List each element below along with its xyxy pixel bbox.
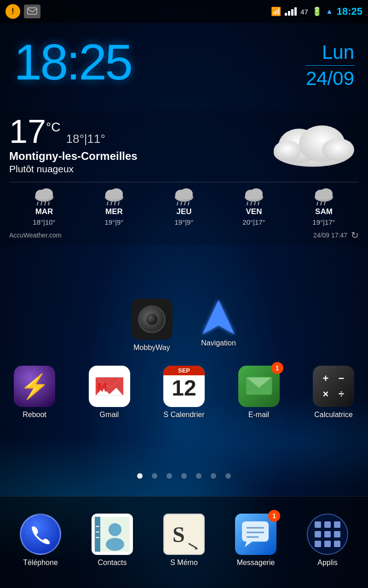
svg-line-20 <box>118 202 119 205</box>
app-telephone-label: Téléphone <box>23 559 58 567</box>
svg-point-30 <box>250 188 263 199</box>
app-reboot[interactable]: ⚡ Reboot <box>14 366 55 419</box>
app-messagerie[interactable]: 1 Messagerie <box>235 514 276 567</box>
page-dots <box>0 473 368 479</box>
accuweather-label: AccuWeather.com <box>9 232 61 239</box>
page-dot-5[interactable] <box>211 473 216 479</box>
svg-point-55 <box>106 538 124 551</box>
email-badge: 1 <box>271 362 283 374</box>
app-calendar[interactable]: SEP 12 S Calendrier <box>163 366 205 419</box>
svg-line-19 <box>115 202 115 205</box>
contacts-icon <box>92 514 133 555</box>
applis-dot <box>334 531 340 537</box>
svg-line-17 <box>107 202 108 205</box>
apps-row1: MobbyWay Navigation <box>9 299 359 352</box>
applis-dot <box>315 541 321 547</box>
svg-point-54 <box>109 523 121 536</box>
svg-line-12 <box>45 202 46 205</box>
app-gmail[interactable]: M Gmail <box>89 366 130 419</box>
mobbyway-icon <box>131 299 172 340</box>
forecast-cloud-icon-1 <box>103 188 126 205</box>
svg-line-40 <box>324 202 325 205</box>
forecast-day-1: MER 19°|9° <box>103 188 126 226</box>
svg-marker-41 <box>202 300 235 334</box>
svg-rect-0 <box>28 8 37 14</box>
forecast-day-0: MAR 18°|10° <box>33 188 56 226</box>
app-navigation-label: Navigation <box>201 339 236 347</box>
app-calculator[interactable]: + − × ÷ Calculatrice <box>313 366 354 419</box>
app-smemo-label: S Mémo <box>170 559 198 567</box>
page-dot-1[interactable] <box>152 473 157 479</box>
svg-line-24 <box>177 202 178 205</box>
forecast-cloud-icon-4 <box>312 188 335 205</box>
app-email[interactable]: 1 E-mail <box>238 366 280 419</box>
app-calculator-label: Calculatrice <box>314 411 353 419</box>
messagerie-icon: 1 <box>235 514 276 555</box>
app-telephone[interactable]: Téléphone <box>20 514 61 567</box>
svg-line-11 <box>41 202 42 205</box>
page-dot-4[interactable] <box>196 473 201 479</box>
app-reboot-label: Reboot <box>23 411 46 419</box>
app-mobbyway[interactable]: MobbyWay <box>131 299 172 352</box>
page-dot-2[interactable] <box>167 473 172 479</box>
refresh-icon[interactable]: ↻ <box>351 230 359 241</box>
page-dot-6[interactable] <box>225 473 231 479</box>
weather-city: Montigny-les-Cormeilles <box>9 150 138 163</box>
applis-dot <box>315 531 321 537</box>
applis-dot <box>315 521 321 528</box>
navigation-icon <box>200 299 237 335</box>
cloud-icon <box>267 119 359 169</box>
app-contacts[interactable]: Contacts <box>92 514 133 567</box>
reboot-icon: ⚡ <box>14 366 55 407</box>
calc-minus: − <box>335 373 347 384</box>
applis-dot <box>334 521 340 528</box>
forecast-cloud-icon-0 <box>33 188 56 205</box>
applis-dot <box>324 541 331 547</box>
apps-row2: ⚡ Reboot M Gmail SEP <box>9 366 359 419</box>
svg-rect-53 <box>95 517 100 552</box>
svg-line-31 <box>247 202 248 205</box>
weather-widget[interactable]: 17°C 18°|11° Montigny-les-Cormeilles Plu… <box>0 110 368 245</box>
smemo-img-icon: S <box>168 518 200 550</box>
weather-cloud-main <box>267 119 359 171</box>
app-applis[interactable]: Applis <box>307 514 348 567</box>
page-dot-0[interactable] <box>137 473 143 479</box>
contacts-img-icon <box>95 517 130 552</box>
messagerie-badge: 1 <box>268 510 280 522</box>
app-gmail-label: Gmail <box>100 411 119 419</box>
app-messagerie-label: Messagerie <box>237 559 275 567</box>
weather-range: 18°|11° <box>66 132 105 146</box>
app-navigation[interactable]: Navigation <box>200 299 237 352</box>
forecast-cloud-icon-2 <box>172 188 196 205</box>
svg-marker-64 <box>245 542 252 547</box>
app-mobbyway-label: MobbyWay <box>133 344 170 352</box>
svg-line-27 <box>188 202 189 205</box>
applis-dot <box>334 541 340 547</box>
signal-icon <box>285 7 297 16</box>
svg-line-25 <box>181 202 182 205</box>
applis-grid <box>308 515 347 554</box>
nav-up-icon: ▲ <box>326 7 333 16</box>
app-email-label: E-mail <box>248 411 269 419</box>
app-smemo[interactable]: S S Mémo <box>163 514 205 567</box>
svg-rect-56 <box>96 526 99 527</box>
forecast-day-3: VEN 20°|17° <box>242 188 265 226</box>
svg-rect-57 <box>96 531 99 532</box>
accu-footer: AccuWeather.com 24/09 17:47 ↻ <box>9 230 359 241</box>
weather-desc: Plutôt nuageux <box>9 164 138 175</box>
battery-level: 47 <box>300 8 308 16</box>
svg-point-37 <box>320 188 333 199</box>
status-bar: ! ... 📶 47 🔋 ▲ 18:25 <box>0 0 368 23</box>
bottom-dock: Téléphone Contacts S <box>0 496 368 588</box>
svg-point-23 <box>180 188 193 199</box>
calendar-month: SEP <box>163 366 205 375</box>
svg-line-39 <box>321 202 322 205</box>
applis-dot <box>324 521 331 528</box>
page-dot-3[interactable] <box>181 473 187 479</box>
app-contacts-label: Contacts <box>98 559 126 567</box>
forecast-day-2: JEU 19°|9° <box>172 188 196 226</box>
svg-point-5 <box>322 138 354 161</box>
weather-update-time: 24/09 17:47 <box>313 232 347 239</box>
email-icon: 1 <box>238 366 280 407</box>
app-applis-label: Applis <box>317 559 338 567</box>
